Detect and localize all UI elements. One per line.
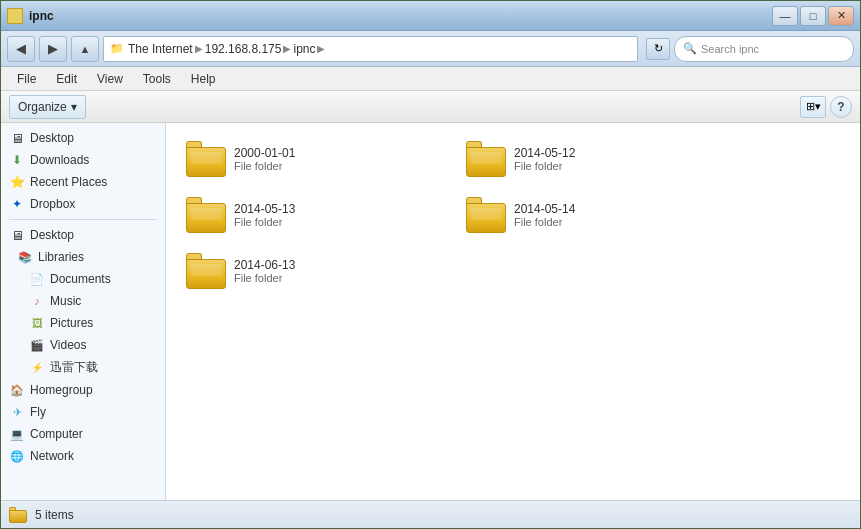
refresh-button[interactable]: ↻ bbox=[646, 38, 670, 60]
menu-edit[interactable]: Edit bbox=[48, 70, 85, 88]
folder-item-1[interactable]: 2000-01-01 File folder bbox=[178, 135, 438, 183]
address-arrow-1: ▶ bbox=[195, 43, 203, 54]
forward-button[interactable]: ▶ bbox=[39, 36, 67, 62]
help-button[interactable]: ? bbox=[830, 96, 852, 118]
folder-item-2[interactable]: 2014-05-12 File folder bbox=[458, 135, 718, 183]
sidebar-item-label: Homegroup bbox=[30, 383, 93, 397]
download-icon: ⬇ bbox=[9, 152, 25, 168]
toolbar: Organize ▾ ⊞ ▾ ? bbox=[1, 91, 860, 123]
homegroup-icon: 🏠 bbox=[9, 382, 25, 398]
sidebar-item-label: Desktop bbox=[30, 228, 74, 242]
sidebar-item-homegroup[interactable]: 🏠 Homegroup bbox=[1, 379, 165, 401]
sidebar-item-recent-places[interactable]: ⭐ Recent Places bbox=[1, 171, 165, 193]
menu-view[interactable]: View bbox=[89, 70, 131, 88]
sidebar-item-label: Recent Places bbox=[30, 175, 107, 189]
menu-help[interactable]: Help bbox=[183, 70, 224, 88]
folder-body bbox=[466, 147, 506, 177]
folder-body bbox=[466, 203, 506, 233]
address-arrow-3: ▶ bbox=[317, 43, 325, 54]
sidebar-item-libraries[interactable]: 📚 Libraries bbox=[1, 246, 165, 268]
view-icon: ⊞ bbox=[806, 100, 815, 113]
folder-icon-large-4 bbox=[466, 197, 506, 233]
maximize-button[interactable]: □ bbox=[800, 6, 826, 26]
sidebar-item-videos[interactable]: 🎬 Videos bbox=[1, 334, 165, 356]
sidebar-item-desktop[interactable]: 🖥 Desktop bbox=[1, 127, 165, 149]
sidebar-item-downloads[interactable]: ⬇ Downloads bbox=[1, 149, 165, 171]
menu-tools[interactable]: Tools bbox=[135, 70, 179, 88]
sidebar-item-label: Music bbox=[50, 294, 81, 308]
folder-item-3[interactable]: 2014-05-13 File folder bbox=[178, 191, 438, 239]
folder-info-1: 2000-01-01 File folder bbox=[234, 146, 295, 172]
organize-button[interactable]: Organize ▾ bbox=[9, 95, 86, 119]
search-box[interactable]: 🔍 Search ipnc bbox=[674, 36, 854, 62]
computer-icon: 💻 bbox=[9, 426, 25, 442]
view-button[interactable]: ⊞ ▾ bbox=[800, 96, 826, 118]
fly-icon: ✈ bbox=[9, 404, 25, 420]
organize-arrow: ▾ bbox=[71, 100, 77, 114]
desktop-icon: 🖥 bbox=[9, 130, 25, 146]
folder-info-3: 2014-05-13 File folder bbox=[234, 202, 295, 228]
nav-bar: ◀ ▶ ▲ 📁 The Internet ▶ 192.168.8.175 ▶ i… bbox=[1, 31, 860, 67]
status-count: 5 items bbox=[35, 508, 74, 522]
folder-type-2: File folder bbox=[514, 160, 575, 172]
address-part-3: ipnc bbox=[293, 42, 315, 56]
status-folder-icon bbox=[9, 507, 27, 523]
sidebar-item-label: Pictures bbox=[50, 316, 93, 330]
pictures-icon: 🖼 bbox=[29, 315, 45, 331]
folder-body bbox=[186, 203, 226, 233]
status-folder-body bbox=[9, 510, 27, 523]
sidebar-item-label: Computer bbox=[30, 427, 83, 441]
sidebar-item-music[interactable]: ♪ Music bbox=[1, 290, 165, 312]
sidebar-item-label: 迅雷下载 bbox=[50, 359, 98, 376]
sidebar-item-dropbox[interactable]: ✦ Dropbox bbox=[1, 193, 165, 215]
sidebar-item-chinese-dl[interactable]: ⚡ 迅雷下载 bbox=[1, 356, 165, 379]
folder-type-3: File folder bbox=[234, 216, 295, 228]
libraries-icon: 📚 bbox=[17, 249, 33, 265]
window-icon bbox=[7, 8, 23, 24]
sidebar-item-label: Network bbox=[30, 449, 74, 463]
menu-bar: File Edit View Tools Help bbox=[1, 67, 860, 91]
folder-item-4[interactable]: 2014-05-14 File folder bbox=[458, 191, 718, 239]
sidebar-item-fly[interactable]: ✈ Fly bbox=[1, 401, 165, 423]
dropbox-icon: ✦ bbox=[9, 196, 25, 212]
folder-name-5: 2014-06-13 bbox=[234, 258, 295, 272]
folder-info-2: 2014-05-12 File folder bbox=[514, 146, 575, 172]
sidebar-item-label: Dropbox bbox=[30, 197, 75, 211]
address-part-2: 192.168.8.175 bbox=[205, 42, 282, 56]
folder-icon-large-5 bbox=[186, 253, 226, 289]
organize-label: Organize bbox=[18, 100, 67, 114]
music-icon: ♪ bbox=[29, 293, 45, 309]
up-button[interactable]: ▲ bbox=[71, 36, 99, 62]
title-bar-left: ipnc bbox=[7, 8, 54, 24]
address-bar[interactable]: 📁 The Internet ▶ 192.168.8.175 ▶ ipnc ▶ bbox=[103, 36, 638, 62]
menu-file[interactable]: File bbox=[9, 70, 44, 88]
folder-item-5[interactable]: 2014-06-13 File folder bbox=[178, 247, 438, 295]
sidebar-item-desktop2[interactable]: 🖥 Desktop bbox=[1, 224, 165, 246]
back-button[interactable]: ◀ bbox=[7, 36, 35, 62]
sidebar-item-documents[interactable]: 📄 Documents bbox=[1, 268, 165, 290]
close-button[interactable]: ✕ bbox=[828, 6, 854, 26]
status-bar: 5 items bbox=[1, 500, 860, 528]
sidebar-item-label: Fly bbox=[30, 405, 46, 419]
search-placeholder: Search ipnc bbox=[701, 43, 759, 55]
folder-info-5: 2014-06-13 File folder bbox=[234, 258, 295, 284]
address-arrow-2: ▶ bbox=[283, 43, 291, 54]
address-part-1: The Internet bbox=[128, 42, 193, 56]
recent-icon: ⭐ bbox=[9, 174, 25, 190]
sidebar-item-computer[interactable]: 💻 Computer bbox=[1, 423, 165, 445]
search-icon: 🔍 bbox=[683, 42, 697, 55]
folder-body bbox=[186, 259, 226, 289]
videos-icon: 🎬 bbox=[29, 337, 45, 353]
minimize-button[interactable]: — bbox=[772, 6, 798, 26]
view-arrow: ▾ bbox=[815, 100, 821, 113]
folder-name-3: 2014-05-13 bbox=[234, 202, 295, 216]
sidebar-item-network[interactable]: 🌐 Network bbox=[1, 445, 165, 467]
folder-icon-large-3 bbox=[186, 197, 226, 233]
folder-type-1: File folder bbox=[234, 160, 295, 172]
folder-icon-large-1 bbox=[186, 141, 226, 177]
desktop2-icon: 🖥 bbox=[9, 227, 25, 243]
sidebar-item-pictures[interactable]: 🖼 Pictures bbox=[1, 312, 165, 334]
sidebar-item-label: Videos bbox=[50, 338, 86, 352]
title-controls: — □ ✕ bbox=[772, 6, 854, 26]
title-bar: ipnc — □ ✕ bbox=[1, 1, 860, 31]
